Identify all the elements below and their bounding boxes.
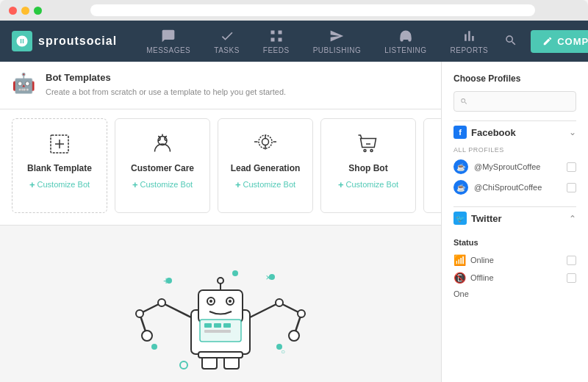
profile-chisprout[interactable]: ☕ @ChiSproutCoffee [453,177,576,198]
status-section: Status 📶 Online 📵 Offline One [453,238,576,298]
svg-rect-22 [223,323,231,328]
svg-rect-20 [204,323,212,328]
svg-point-27 [158,299,165,306]
minimize-dot[interactable] [21,7,29,15]
mysprout-checkbox[interactable] [567,162,576,172]
right-sidebar: Choose Profiles f Facebook ⌄ ALL PROFILE… [441,62,588,382]
status-label: Status [453,238,576,247]
svg-point-44 [180,361,187,369]
template-card-content-discovery[interactable]: Content Discovery Customize Bot [423,118,441,213]
twitter-group: 🐦 Twitter ⌄ [453,206,576,229]
compose-button[interactable]: COMPOSe [531,30,588,53]
nav-item-publishing[interactable]: PUBLISHING [301,23,373,60]
svg-point-15 [209,300,212,303]
bot-icon: 🤖 [12,72,35,95]
template-card-blank[interactable]: Blank Template Customize Bot [12,118,107,213]
svg-point-9 [364,149,366,151]
svg-point-28 [136,310,143,317]
svg-rect-38 [198,352,243,358]
chisprout-avatar: ☕ [453,180,468,195]
nav-item-messages[interactable]: MESSAGES [135,23,202,60]
nav-item-feeds[interactable]: FEEDS [251,23,301,60]
twitter-group-header[interactable]: 🐦 Twitter ⌄ [453,206,576,229]
svg-text:×: × [265,273,270,283]
bot-illustration: + × ○ [110,240,331,383]
status-online[interactable]: 📶 Online [453,251,576,269]
mysprout-avatar: ☕ [453,159,468,174]
bot-templates-header: 🤖 Bot Templates Create a bot from scratc… [0,62,441,109]
profile-search[interactable] [453,91,576,112]
window-chrome [0,0,588,21]
nav-actions: COMPOSe [500,29,588,54]
main-nav: sproutsocial MESSAGES TASKS FEEDS PUBLIS… [0,21,588,62]
online-icon: 📶 [453,254,466,266]
svg-point-39 [151,344,157,350]
template-cards: Blank Template Customize Bot Customer Ca… [0,109,441,226]
facebook-icon: f [453,126,467,139]
svg-point-5 [262,138,269,145]
maximize-dot[interactable] [34,7,42,15]
svg-rect-21 [214,323,221,328]
svg-point-35 [289,331,299,341]
template-card-customer-care[interactable]: Customer Care Customize Bot [115,118,210,213]
main-area: 🤖 Bot Templates Create a bot from scratc… [0,62,441,382]
shop-bot-customize-btn[interactable]: Customize Bot [338,179,398,190]
search-button[interactable] [500,29,522,54]
main-content: 🤖 Bot Templates Create a bot from scratc… [0,62,588,382]
bot-header-text: Bot Templates Create a bot from scratch … [46,72,286,98]
template-card-shop-bot[interactable]: Shop Bot Customize Bot [320,118,416,213]
bot-templates-desc: Create a bot from scratch or use a templ… [46,86,286,98]
svg-line-24 [162,303,191,317]
offline-checkbox[interactable] [567,273,576,283]
svg-point-33 [276,299,283,306]
svg-text:+: + [163,275,169,286]
svg-rect-23 [204,330,231,333]
logo-text: sproutsocial [38,35,117,48]
svg-point-29 [142,331,152,341]
sidebar-title: Choose Profiles [453,73,576,84]
bot-templates-title: Bot Templates [46,72,286,83]
bot-section: + × ○ Create a chatbot to help automate … [0,226,441,383]
blank-customize-btn[interactable]: Customize Bot [29,179,90,190]
template-card-lead-gen[interactable]: Lead Generation Customize Bot [218,118,313,213]
facebook-group: f Facebook ⌄ ALL PROFILES ☕ @MySproutCof… [453,120,576,198]
url-bar[interactable] [90,4,535,16]
twitter-chevron-icon: ⌄ [569,213,576,223]
facebook-chevron-icon: ⌄ [569,127,576,137]
nav-item-tasks[interactable]: TASKS [202,23,251,60]
online-checkbox[interactable] [567,256,576,265]
all-profiles-label: ALL PROFILES [453,146,576,154]
nav-item-listening[interactable]: LISTENING [373,23,438,60]
nav-items: MESSAGES TASKS FEEDS PUBLISHING LISTENIN… [135,23,500,60]
close-dot[interactable] [9,7,17,15]
svg-point-10 [370,149,373,151]
logo-icon [12,31,32,51]
logo: sproutsocial [12,31,117,51]
customer-care-customize-btn[interactable]: Customize Bot [132,179,193,190]
svg-point-16 [229,300,232,303]
twitter-icon: 🐦 [453,212,467,225]
profile-mysprout[interactable]: ☕ @MySproutCoffee [453,156,576,177]
one-text: One [453,289,576,298]
svg-text:○: ○ [281,347,285,356]
search-input[interactable] [473,96,570,107]
svg-rect-12 [198,290,243,322]
svg-point-18 [218,278,223,284]
chisprout-checkbox[interactable] [567,183,576,192]
svg-point-43 [232,270,238,276]
svg-point-34 [298,310,305,317]
offline-icon: 📵 [453,272,466,284]
status-offline[interactable]: 📵 Offline [453,269,576,286]
facebook-group-header[interactable]: f Facebook ⌄ [453,120,576,143]
lead-gen-customize-btn[interactable]: Customize Bot [235,179,295,190]
svg-line-30 [250,303,279,317]
nav-item-reports[interactable]: REPORTS [439,23,501,60]
